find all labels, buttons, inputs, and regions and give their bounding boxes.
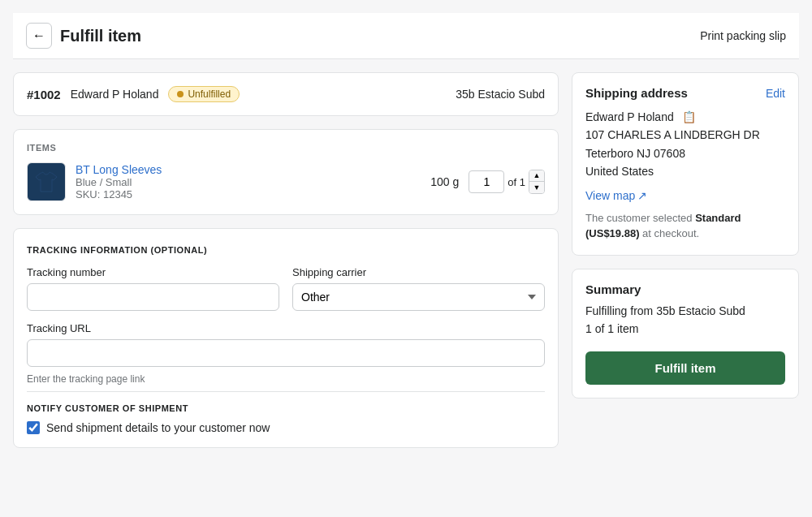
notify-checkbox[interactable] <box>27 421 40 434</box>
address-block: Edward P Holand 📋 107 CHARLES A LINDBERG… <box>585 108 785 181</box>
header-left: ← Fulfill item <box>26 23 141 49</box>
shipping-address-header: Shipping address Edit <box>585 86 785 100</box>
order-location: 35b Estacio Subd <box>456 88 545 101</box>
tracking-url-group: Tracking URL Enter the tracking page lin… <box>27 322 545 385</box>
item-details: BT Long Sleeves Blue / Small SKU: 12345 <box>76 163 421 200</box>
notify-section: NOTIFY CUSTOMER OF SHIPMENT Send shipmen… <box>27 391 545 434</box>
summary-title: Summary <box>585 282 785 296</box>
tracking-url-label: Tracking URL <box>27 322 545 334</box>
content-grid: #1002 Edward P Holand Unfulfilled 35b Es… <box>13 72 799 448</box>
tracking-number-group: Tracking number <box>27 266 279 311</box>
notify-checkbox-label[interactable]: Send shipment details to your customer n… <box>46 421 270 434</box>
back-icon: ← <box>32 28 45 43</box>
quantity-control: of 1 ▲ ▼ <box>469 170 545 194</box>
items-card: ITEMS BT Long Sleeves Blue / Small <box>13 129 559 215</box>
right-panel: Shipping address Edit Edward P Holand 📋 … <box>572 72 799 448</box>
shipping-address-card: Shipping address Edit Edward P Holand 📋 … <box>572 72 799 256</box>
back-button[interactable]: ← <box>26 23 52 49</box>
order-info-card: #1002 Edward P Holand Unfulfilled 35b Es… <box>13 72 559 116</box>
tracking-url-input[interactable] <box>27 339 545 367</box>
shirt-icon <box>34 170 58 194</box>
tracking-section: TRACKING INFORMATION (OPTIONAL) Tracking… <box>27 245 545 385</box>
status-badge: Unfulfilled <box>168 86 240 102</box>
page-header: ← Fulfill item Print packing slip <box>13 13 799 59</box>
print-packing-slip-link[interactable]: Print packing slip <box>700 29 786 42</box>
left-column: #1002 Edward P Holand Unfulfilled 35b Es… <box>13 72 559 448</box>
view-map-link[interactable]: View map ↗ <box>585 189 647 202</box>
address-city-state-zip: Teterboro NJ 07608 <box>585 144 785 162</box>
summary-card: Summary Fulfilling from 35b Estacio Subd… <box>572 269 799 399</box>
address-country: United States <box>585 162 785 180</box>
product-variant: Blue / Small <box>76 176 421 188</box>
product-sku: SKU: 12345 <box>76 188 421 200</box>
customer-name: Edward P Holand <box>71 88 159 101</box>
item-count: 1 of 1 item <box>585 322 785 335</box>
tracking-form-row: Tracking number Shipping carrier Other U… <box>27 266 545 311</box>
shipping-note: The customer selected Standard (US$19.88… <box>585 210 785 242</box>
external-link-icon: ↗ <box>637 189 647 202</box>
item-row: BT Long Sleeves Blue / Small SKU: 12345 … <box>27 162 545 201</box>
product-weight: 100 g <box>430 175 459 188</box>
product-image <box>27 162 66 201</box>
quantity-of-label: of 1 <box>508 176 525 188</box>
fulfilling-from: Fulfilling from 35b Estacio Subd <box>585 304 785 317</box>
items-section-label: ITEMS <box>27 143 545 153</box>
fulfill-item-button[interactable]: Fulfill item <box>585 351 785 385</box>
shipping-carrier-select[interactable]: Other UPS FedEx USPS DHL <box>292 283 545 311</box>
product-name-link[interactable]: BT Long Sleeves <box>76 163 162 176</box>
view-map-label: View map <box>585 189 635 202</box>
order-info-row: #1002 Edward P Holand Unfulfilled 35b Es… <box>27 86 545 102</box>
notify-section-title: NOTIFY CUSTOMER OF SHIPMENT <box>27 403 545 413</box>
tracking-section-title: TRACKING INFORMATION (OPTIONAL) <box>27 245 545 255</box>
address-name: Edward P Holand 📋 <box>585 108 785 126</box>
order-number: #1002 <box>27 88 61 101</box>
quantity-steppers: ▲ ▼ <box>529 170 545 194</box>
notify-checkbox-row: Send shipment details to your customer n… <box>27 421 545 434</box>
shipping-note-suffix: at checkout. <box>639 227 699 239</box>
edit-address-link[interactable]: Edit <box>766 87 785 100</box>
tracking-number-input[interactable] <box>27 283 279 311</box>
address-line1: 107 CHARLES A LINDBERGH DR <box>585 126 785 144</box>
page-title: Fulfill item <box>60 27 141 45</box>
shipping-carrier-group: Shipping carrier Other UPS FedEx USPS DH… <box>292 266 545 311</box>
tracking-card: TRACKING INFORMATION (OPTIONAL) Tracking… <box>13 228 559 448</box>
quantity-down-button[interactable]: ▼ <box>529 182 544 193</box>
quantity-up-button[interactable]: ▲ <box>529 170 544 182</box>
tracking-number-label: Tracking number <box>27 266 279 278</box>
quantity-input[interactable] <box>469 170 504 193</box>
tracking-url-hint: Enter the tracking page link <box>27 373 545 385</box>
shipping-carrier-label: Shipping carrier <box>292 266 545 278</box>
shipping-address-title: Shipping address <box>585 86 688 100</box>
copy-address-icon[interactable]: 📋 <box>682 108 696 126</box>
status-badge-label: Unfulfilled <box>188 88 231 100</box>
badge-dot-icon <box>177 91 184 97</box>
shipping-note-prefix: The customer selected <box>585 212 695 224</box>
